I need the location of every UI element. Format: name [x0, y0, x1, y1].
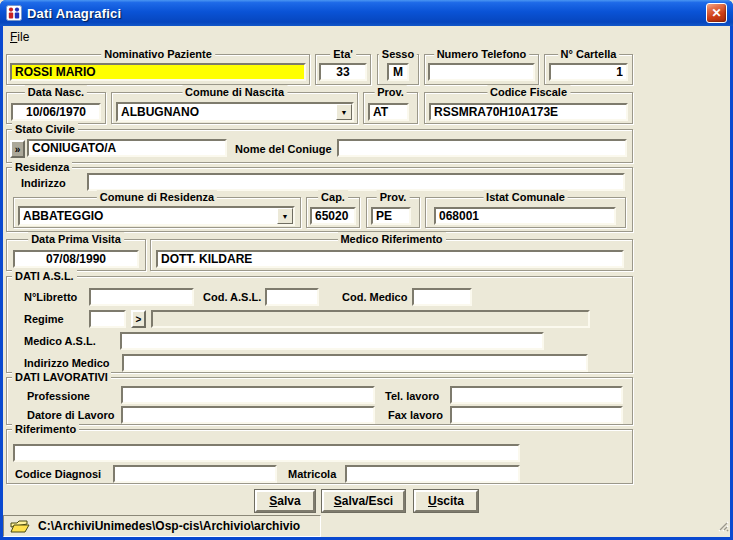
- menubar: File: [3, 26, 730, 47]
- chevron-right-icon: >: [136, 314, 142, 325]
- resize-grip[interactable]: [715, 518, 729, 536]
- titlebar[interactable]: Dati Anagrafici ✕: [0, 0, 733, 26]
- uscita-button[interactable]: Uscita: [414, 490, 478, 512]
- telefono-group: Numero Telefono: [424, 54, 539, 85]
- cap-label: Cap.: [318, 190, 348, 204]
- sesso-group: Sesso: [377, 54, 419, 85]
- comune-nascita-group: Comune di Nascita ALBUGNANO ▼: [111, 92, 358, 124]
- dati-anagrafici-window: Dati Anagrafici ✕ File Nominativo Pazien…: [0, 0, 733, 540]
- sesso-label: Sesso: [379, 47, 417, 61]
- cod-asl-label: Cod. A.S.L.: [203, 291, 261, 303]
- coniuge-label: Nome del Coniuge: [235, 143, 332, 155]
- data-prima-visita-input[interactable]: [13, 250, 139, 268]
- n-libretto-label: N°Libretto: [24, 291, 77, 303]
- codice-fiscale-input[interactable]: [429, 103, 628, 121]
- stato-civile-label: Stato Civile: [12, 122, 78, 136]
- data-nascita-label: Data Nasc.: [25, 85, 87, 99]
- menu-file[interactable]: File: [3, 28, 36, 46]
- double-chevron-icon: »: [15, 144, 21, 155]
- salva-esci-button[interactable]: Salva/Esci: [322, 490, 405, 512]
- riferimento-input[interactable]: [13, 444, 520, 462]
- comune-nascita-dropdown-button[interactable]: ▼: [336, 104, 352, 120]
- datore-lavoro-input[interactable]: [121, 406, 375, 424]
- cod-medico-label: Cod. Medico: [342, 291, 407, 303]
- comune-nascita-combobox[interactable]: ALBUGNANO ▼: [116, 102, 354, 122]
- regime-expand-button[interactable]: >: [131, 310, 146, 328]
- eta-input[interactable]: [319, 63, 367, 81]
- data-nascita-input[interactable]: [11, 103, 101, 121]
- stato-civile-expand-button[interactable]: »: [10, 140, 25, 158]
- regime-label: Regime: [24, 313, 64, 325]
- close-icon: ✕: [711, 6, 721, 20]
- telefono-label: Numero Telefono: [434, 47, 530, 61]
- n-libretto-input[interactable]: [89, 288, 194, 306]
- cap-group: Cap.: [306, 197, 360, 228]
- prov-residenza-group: Prov.: [366, 197, 420, 228]
- app-icon: [6, 5, 22, 21]
- nominativo-input[interactable]: [10, 63, 306, 81]
- cod-asl-input[interactable]: [265, 288, 319, 306]
- medico-asl-input[interactable]: [120, 332, 544, 350]
- residenza-label: Residenza: [12, 160, 72, 174]
- telefono-input[interactable]: [428, 63, 535, 81]
- datore-lavoro-label: Datore di Lavoro: [27, 409, 114, 421]
- codice-diagnosi-label: Codice Diagnosi: [15, 468, 101, 480]
- cartella-label: N° Cartella: [558, 47, 620, 61]
- fax-lavoro-input[interactable]: [450, 406, 623, 424]
- riferimento-label: Riferimento: [12, 422, 79, 436]
- cod-medico-input[interactable]: [412, 288, 472, 306]
- prov-residenza-input[interactable]: [371, 207, 411, 225]
- dati-asl-group: DATI A.S.L. N°Libretto Cod. A.S.L. Cod. …: [6, 276, 633, 373]
- prov-nascita-group: Prov.: [363, 92, 418, 124]
- stato-civile-input[interactable]: [27, 139, 227, 157]
- comune-residenza-combobox[interactable]: ABBATEGGIO ▼: [18, 206, 295, 226]
- comune-residenza-group: Comune di Residenza ABBATEGGIO ▼: [13, 197, 301, 228]
- prov-nascita-label: Prov.: [374, 85, 407, 99]
- statusbar: C:\ArchiviUnimedes\Osp-cis\Archivio\arch…: [3, 515, 730, 537]
- medico-riferimento-input[interactable]: [156, 250, 624, 268]
- data-prima-visita-label: Data Prima Visita: [28, 232, 124, 246]
- istat-input[interactable]: [434, 207, 616, 225]
- dati-lavorativi-group: DATI LAVORATIVI Professione Tel. lavoro …: [6, 377, 633, 425]
- indirizzo-label: Indirizzo: [21, 177, 66, 189]
- regime-input[interactable]: [89, 310, 126, 328]
- prov-residenza-label: Prov.: [377, 190, 410, 204]
- comune-nascita-value: ALBUGNANO: [118, 104, 336, 120]
- residenza-group: Residenza Indirizzo Comune di Residenza …: [6, 167, 633, 232]
- indirizzo-input[interactable]: [87, 173, 625, 191]
- medico-riferimento-group: Medico Riferimento: [150, 239, 633, 271]
- comune-residenza-dropdown-button[interactable]: ▼: [277, 208, 293, 224]
- cartella-input[interactable]: [549, 63, 628, 81]
- professione-input[interactable]: [121, 386, 375, 404]
- professione-label: Professione: [27, 390, 90, 402]
- nominativo-group: Nominativo Paziente: [6, 54, 310, 85]
- data-nascita-group: Data Nasc.: [6, 92, 106, 124]
- tel-lavoro-input[interactable]: [450, 386, 623, 404]
- salva-button[interactable]: Salva: [255, 490, 315, 512]
- cartella-group: N° Cartella: [544, 54, 633, 85]
- status-path-panel: C:\ArchiviUnimedes\Osp-cis\Archivio\arch…: [3, 515, 321, 537]
- nominativo-label: Nominativo Paziente: [101, 47, 215, 61]
- medico-riferimento-label: Medico Riferimento: [337, 232, 445, 246]
- istat-group: Istat Comunale: [425, 197, 626, 228]
- regime-detail-field: [151, 310, 590, 328]
- dati-lavorativi-label: DATI LAVORATIVI: [12, 370, 111, 384]
- codice-fiscale-label: Codice Fiscale: [487, 85, 570, 99]
- matricola-label: Matricola: [288, 468, 336, 480]
- eta-label: Eta': [330, 47, 356, 61]
- matricola-input[interactable]: [345, 465, 520, 483]
- indirizzo-medico-input[interactable]: [122, 354, 588, 372]
- prov-nascita-input[interactable]: [368, 103, 409, 121]
- sesso-input[interactable]: [387, 63, 409, 81]
- status-path-text: C:\ArchiviUnimedes\Osp-cis\Archivio\arch…: [38, 519, 300, 533]
- close-button[interactable]: ✕: [706, 3, 727, 23]
- coniuge-input[interactable]: [337, 139, 627, 157]
- cap-input[interactable]: [310, 207, 356, 225]
- codice-fiscale-group: Codice Fiscale: [424, 92, 633, 124]
- comune-nascita-label: Comune di Nascita: [182, 85, 287, 99]
- codice-diagnosi-input[interactable]: [113, 465, 277, 483]
- fax-lavoro-label: Fax lavoro: [388, 409, 443, 421]
- data-prima-visita-group: Data Prima Visita: [6, 239, 146, 271]
- indirizzo-medico-label: Indirizzo Medico: [24, 357, 110, 369]
- dati-asl-label: DATI A.S.L.: [12, 269, 77, 283]
